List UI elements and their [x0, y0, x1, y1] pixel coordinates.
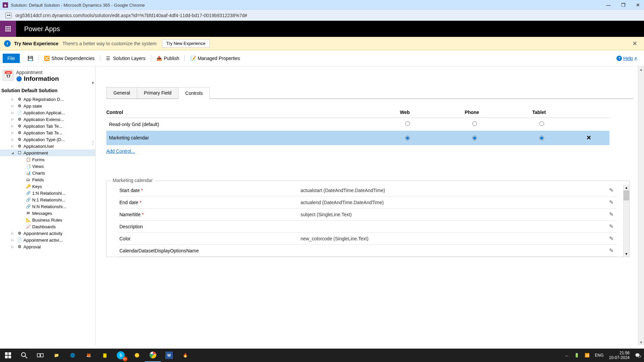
- edit-button[interactable]: ✎: [606, 235, 616, 242]
- resize-handle[interactable]: ⋮: [91, 140, 95, 145]
- tab-controls[interactable]: Controls: [178, 87, 210, 99]
- tree-item[interactable]: ▷📄Application Applicat...: [0, 109, 95, 116]
- file-menu-button[interactable]: File: [3, 54, 20, 63]
- edit-button[interactable]: ✎: [606, 211, 616, 218]
- save-button[interactable]: 💾: [24, 56, 37, 61]
- tab-primary-field[interactable]: Primary Field: [137, 87, 178, 99]
- tree-item[interactable]: ▷⚙App state: [0, 103, 95, 109]
- web-radio[interactable]: [405, 136, 410, 140]
- tree-child-item[interactable]: 📑Views: [0, 163, 95, 170]
- content-scrollbar[interactable]: ▲ ▼: [638, 66, 644, 345]
- tree-child-item[interactable]: 📈Dashboards: [0, 223, 95, 230]
- sticky-notes-button[interactable]: ▇: [97, 349, 113, 362]
- tree-item[interactable]: ◢☐Appointment: [0, 149, 95, 156]
- add-control-link[interactable]: Add Control...: [106, 145, 135, 157]
- grid-row[interactable]: Marketing calendar✕: [106, 131, 609, 145]
- publish-button[interactable]: 📤Publish: [153, 56, 183, 61]
- expand-icon[interactable]: ▷: [11, 98, 15, 101]
- site-info-icon[interactable]: ⊶: [5, 12, 11, 18]
- maximize-button[interactable]: ❐: [620, 2, 627, 8]
- expand-icon[interactable]: ▷: [11, 124, 15, 128]
- expand-icon[interactable]: ▷: [11, 245, 15, 248]
- tree-item[interactable]: ▷⚙Appointment activity: [0, 230, 95, 237]
- try-new-experience-button[interactable]: Try New Experience: [162, 39, 210, 48]
- expand-icon[interactable]: ▷: [11, 131, 15, 134]
- expand-icon[interactable]: ▷: [11, 118, 15, 121]
- chrome-canary-button[interactable]: 🟡: [129, 349, 145, 362]
- scroll-thumb[interactable]: [624, 190, 629, 200]
- phone-radio[interactable]: [472, 121, 477, 126]
- tab-general[interactable]: General: [106, 87, 137, 99]
- tree-item[interactable]: ▷⚙Application Tab Te...: [0, 123, 95, 129]
- battery-icon[interactable]: 🔋: [574, 353, 579, 358]
- expand-icon[interactable]: ▷: [11, 111, 15, 114]
- app-launcher-button[interactable]: [0, 21, 16, 37]
- tree-child-item[interactable]: 🔑Keys: [0, 183, 95, 190]
- word-button[interactable]: W: [161, 349, 177, 362]
- tree-child-item[interactable]: ✉Messages: [0, 210, 95, 217]
- tree-child-item[interactable]: 🔗N:N Relationshi...: [0, 203, 95, 210]
- svg-rect-3: [8, 356, 11, 358]
- phone-radio[interactable]: [472, 136, 477, 140]
- tray-chevron-icon[interactable]: ︿: [565, 353, 569, 358]
- search-button[interactable]: [16, 349, 32, 362]
- entity-icon: ⚙: [17, 137, 22, 142]
- expand-icon[interactable]: ◢: [11, 151, 15, 155]
- tree-item[interactable]: ▷⚙Application Type (D...: [0, 136, 95, 143]
- tree-child-item[interactable]: 📐Business Rules: [0, 217, 95, 223]
- file-explorer-button[interactable]: 📁: [48, 349, 64, 362]
- clock[interactable]: 21:56 10-07-2024: [609, 351, 630, 360]
- tree-item[interactable]: ▷⚙ApplicationUser: [0, 143, 95, 149]
- scroll-up-icon[interactable]: ▲: [624, 184, 629, 190]
- scroll-down-icon[interactable]: ▼: [638, 339, 644, 345]
- tree-child-item[interactable]: 🗂Fields: [0, 176, 95, 183]
- show-dependencies-button[interactable]: 🔀Show Dependencies: [40, 56, 99, 61]
- tree-item[interactable]: ▷⚙Application Tab Te...: [0, 129, 95, 136]
- expand-icon[interactable]: ▷: [11, 138, 15, 141]
- tree-child-item[interactable]: 🔗N:1 Relationshi...: [0, 196, 95, 203]
- tree-item[interactable]: ▷⚙App Registration D...: [0, 96, 95, 103]
- tree-child-item[interactable]: 📋Forms: [0, 156, 95, 163]
- tablet-radio[interactable]: [539, 136, 544, 140]
- expand-icon[interactable]: ▷: [11, 144, 15, 148]
- help-link[interactable]: ?Help▼: [616, 56, 641, 61]
- tree-child-item[interactable]: 📊Charts: [0, 170, 95, 176]
- tree-item[interactable]: ▷⚙Approval: [0, 243, 95, 250]
- start-button[interactable]: [0, 349, 16, 362]
- skype-button[interactable]: S9+: [113, 349, 129, 362]
- task-view-button[interactable]: [32, 349, 48, 362]
- expand-icon[interactable]: ▷: [11, 104, 15, 108]
- expand-icon[interactable]: ▷: [11, 238, 15, 242]
- edit-button[interactable]: ✎: [606, 247, 616, 254]
- edit-button[interactable]: ✎: [606, 199, 616, 205]
- paint-button[interactable]: 🔥: [177, 349, 193, 362]
- property-row: Name/title *subject (SingleLine.Text)✎: [119, 208, 616, 221]
- managed-properties-button[interactable]: 📝Managed Properties: [186, 56, 244, 61]
- edge-button[interactable]: 🌐: [64, 349, 80, 362]
- language-indicator[interactable]: ENG: [595, 353, 604, 358]
- remove-button[interactable]: ✕: [575, 134, 602, 141]
- url-text[interactable]: org53614dcf.crm.dynamics.com/tools/solut…: [15, 13, 247, 18]
- web-radio[interactable]: [405, 121, 410, 126]
- banner-close-button[interactable]: ✕: [630, 40, 640, 47]
- edit-button[interactable]: ✎: [606, 187, 616, 193]
- tablet-radio[interactable]: [539, 121, 544, 126]
- firefox-button[interactable]: 🦊: [80, 349, 97, 362]
- tree-item[interactable]: ▷📄Appointment activi...: [0, 237, 95, 243]
- wifi-icon[interactable]: 📶: [585, 353, 590, 358]
- minimize-button[interactable]: —: [605, 2, 612, 8]
- close-button[interactable]: ✕: [635, 2, 641, 8]
- solution-layers-button[interactable]: ☰Solution Layers: [102, 56, 150, 61]
- edit-button[interactable]: ✎: [606, 223, 616, 230]
- tree-item[interactable]: ▷⚙Application Extensi...: [0, 116, 95, 123]
- tree-child-item[interactable]: 🔗1:N Relationshi...: [0, 190, 95, 196]
- expand-icon[interactable]: ▷: [11, 232, 15, 235]
- scroll-up-icon[interactable]: ▲: [638, 66, 644, 72]
- fieldset-scrollbar[interactable]: ▲ ▼: [623, 184, 629, 257]
- scroll-up-icon[interactable]: ▲: [91, 80, 95, 84]
- property-label: End date *: [119, 200, 301, 205]
- chrome-button[interactable]: [145, 349, 161, 362]
- scroll-down-icon[interactable]: ▼: [624, 251, 629, 257]
- grid-row[interactable]: Read-only Grid (default): [106, 118, 609, 131]
- notifications-button[interactable]: 💬17: [635, 353, 640, 358]
